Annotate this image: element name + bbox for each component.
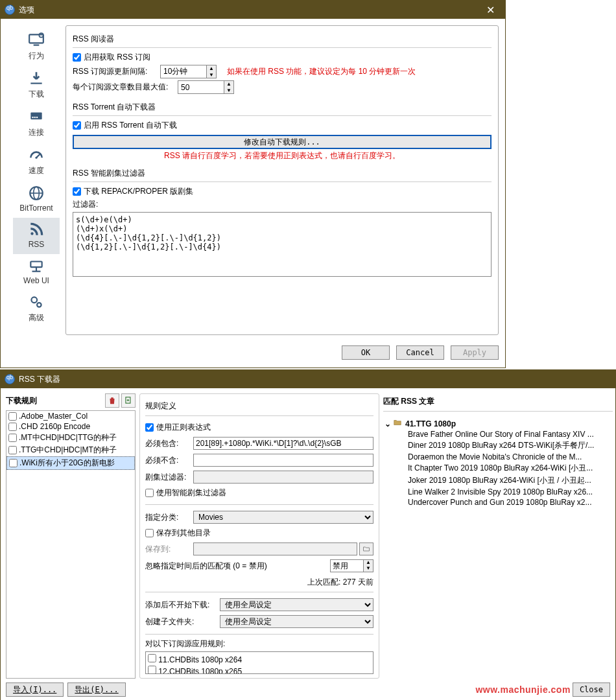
- ok-button[interactable]: OK: [342, 345, 390, 360]
- options-sidebar: 行为 下载 连接 速度 BitTorrent RSS: [7, 25, 65, 335]
- rss-autodl-section-title: RSS Torrent 自动下载器: [73, 102, 492, 113]
- sidebar-item-download[interactable]: 下载: [13, 67, 60, 105]
- export-button[interactable]: 导出(E)...: [67, 682, 125, 697]
- svg-line-8: [36, 154, 40, 158]
- sidebar-item-rss[interactable]: RSS: [13, 218, 60, 254]
- save-other-dir-checkbox[interactable]: [145, 529, 154, 537]
- episode-filter-textarea[interactable]: [73, 212, 492, 277]
- titlebar[interactable]: 选项 ✕: [1, 1, 505, 19]
- article-item[interactable]: Diner 2019 1080p BluRay x264 DTS-WiKi[杀手…: [408, 439, 613, 452]
- webui-icon: [13, 257, 60, 275]
- create-subfolder-select[interactable]: 使用全局设定: [220, 615, 373, 628]
- apply-feeds-label: 对以下订阅源应用规则:: [145, 638, 373, 649]
- rule-list-item[interactable]: .TTG中CHD|HDC|MT的种子: [6, 444, 135, 456]
- import-button[interactable]: 导入(I)...: [6, 682, 64, 697]
- feed-enable-checkbox[interactable]: [148, 666, 156, 674]
- window-title: 选项: [19, 5, 480, 16]
- articles-tree[interactable]: ⌄ 41.TTG 1080p Brave Father Online Our S…: [383, 415, 613, 679]
- episode-filter-label: 剧集过滤器:: [145, 472, 193, 483]
- apply-button[interactable]: Apply: [451, 345, 499, 360]
- sidebar-item-connection[interactable]: 连接: [13, 105, 60, 143]
- article-item[interactable]: Joker 2019 1080p BluRay x264-WiKi [小丑 / …: [408, 474, 613, 487]
- article-item[interactable]: It Chapter Two 2019 1080p BluRay x264-Wi…: [408, 462, 613, 474]
- spinner-down-icon[interactable]: ▼: [224, 88, 233, 94]
- close-icon[interactable]: ✕: [480, 4, 501, 16]
- rule-enable-checkbox[interactable]: [8, 423, 17, 431]
- article-item[interactable]: Brave Father Online Our Story of Final F…: [408, 429, 613, 439]
- feeds-list[interactable]: 11.CHDBits 1080p x264 12.CHDBits 1080p x…: [145, 651, 373, 674]
- rules-panel: 下载规则 .Adobe_Master_Col.CHD 2160p Encode.…: [6, 393, 136, 679]
- monitor-gear-icon: [13, 31, 60, 49]
- spinner-down-icon[interactable]: ▼: [207, 72, 216, 78]
- use-regex-checkbox[interactable]: [145, 423, 154, 432]
- spinner-up-icon[interactable]: ▲: [224, 81, 233, 88]
- episode-filter-input[interactable]: [193, 471, 373, 484]
- interval-note: 如果在使用 RSS 功能，建议设定为每 10 分钟更新一次: [227, 66, 416, 77]
- rss-icon: [13, 220, 60, 239]
- feed-list-item[interactable]: 12.CHDBits 1080p x265: [147, 665, 372, 674]
- rss-interval-label: RSS 订阅源更新间隔:: [73, 66, 160, 77]
- browse-folder-button[interactable]: [359, 542, 373, 555]
- svg-rect-0: [29, 34, 43, 43]
- rule-enable-checkbox[interactable]: [8, 446, 17, 454]
- rule-def-title: 规则定义: [145, 401, 373, 412]
- sidebar-item-bittorrent[interactable]: BitTorrent: [13, 181, 60, 218]
- spinner-up-icon[interactable]: ▲: [207, 65, 216, 72]
- cancel-button[interactable]: Cancel: [396, 345, 444, 360]
- tree-parent[interactable]: ⌄ 41.TTG 1080p: [383, 418, 613, 429]
- rss-interval-spinner[interactable]: ▲▼: [160, 65, 217, 78]
- add-paused-select[interactable]: 使用全局设定: [220, 598, 373, 611]
- rule-enable-checkbox[interactable]: [8, 434, 17, 442]
- gears-icon: [13, 293, 60, 311]
- article-item[interactable]: Undercover Punch and Gun 2019 1080p BluR…: [408, 497, 613, 508]
- window-title: RSS 下载器: [19, 374, 611, 385]
- rule-enable-checkbox[interactable]: [8, 412, 17, 421]
- connection-icon: [13, 108, 60, 126]
- must-not-contain-input[interactable]: [193, 454, 373, 467]
- close-button[interactable]: Close: [573, 682, 610, 697]
- edit-auto-rules-button[interactable]: 修改自动下载规则...: [73, 135, 492, 149]
- use-smart-filter-label: 使用智能剧集过滤器: [156, 487, 226, 498]
- feed-enable-checkbox[interactable]: [148, 654, 156, 662]
- svg-point-12: [30, 232, 33, 235]
- rule-list-item[interactable]: .WiKi所有小于20G的新电影: [6, 456, 135, 470]
- new-rule-button[interactable]: [121, 393, 136, 408]
- must-contain-label: 必须包含:: [145, 438, 193, 449]
- last-match-label: 上次匹配: 277 天前: [145, 577, 373, 588]
- rule-enable-checkbox[interactable]: [9, 459, 18, 467]
- rss-max-articles-spinner[interactable]: ▲▼: [178, 80, 234, 94]
- use-regex-label: 使用正则表达式: [156, 422, 211, 433]
- sidebar-item-behavior[interactable]: 行为: [13, 29, 60, 67]
- sidebar-item-advanced[interactable]: 高级: [13, 290, 60, 329]
- use-smart-filter-checkbox[interactable]: [145, 489, 154, 497]
- enable-auto-download-checkbox[interactable]: [73, 121, 81, 130]
- article-item[interactable]: Doraemon the Movie Nobita's Chronicle of…: [408, 452, 613, 462]
- delete-rule-button[interactable]: [105, 393, 119, 408]
- watermark: www.machunjie.com: [475, 684, 570, 695]
- sidebar-item-speed[interactable]: 速度: [13, 143, 60, 181]
- rule-list-item[interactable]: .MT中CHD|HDC|TTG的种子: [6, 432, 135, 444]
- article-item[interactable]: Line Walker 2 Invisible Spy 2019 1080p B…: [408, 487, 613, 497]
- svg-point-17: [37, 303, 41, 307]
- enable-auto-download-label: 启用 RSS Torrent 自动下载: [84, 120, 177, 131]
- category-select[interactable]: Movies: [193, 511, 373, 524]
- rule-list-item[interactable]: .CHD 2160p Encode: [6, 421, 135, 432]
- feed-list-item[interactable]: 11.CHDBits 1080p x264: [147, 653, 372, 665]
- titlebar[interactable]: RSS 下载器: [1, 370, 615, 388]
- sidebar-item-webui[interactable]: Web UI: [13, 254, 60, 290]
- ignore-after-spinner[interactable]: ▲▼: [330, 559, 373, 572]
- must-contain-input[interactable]: [193, 437, 373, 450]
- download-repack-checkbox[interactable]: [73, 187, 81, 196]
- rules-title: 下载规则: [6, 395, 103, 406]
- rules-list[interactable]: .Adobe_Master_Col.CHD 2160p Encode.MT中CH…: [6, 410, 136, 679]
- enable-rss-fetch-checkbox[interactable]: [73, 53, 81, 62]
- dialog-button-bar: OK Cancel Apply: [1, 342, 505, 364]
- rss-smart-section-title: RSS 智能剧集过滤器: [73, 168, 492, 179]
- folder-open-icon: [392, 418, 403, 429]
- rule-list-item[interactable]: .Adobe_Master_Col: [6, 411, 135, 421]
- app-icon: [5, 374, 15, 384]
- rss-settings-panel: RSS 阅读器 启用获取 RSS 订阅 RSS 订阅源更新间隔: ▲▼ 如果在使…: [65, 25, 499, 335]
- svg-rect-3: [30, 113, 41, 120]
- collapse-icon[interactable]: ⌄: [383, 419, 392, 428]
- svg-rect-6: [36, 117, 38, 118]
